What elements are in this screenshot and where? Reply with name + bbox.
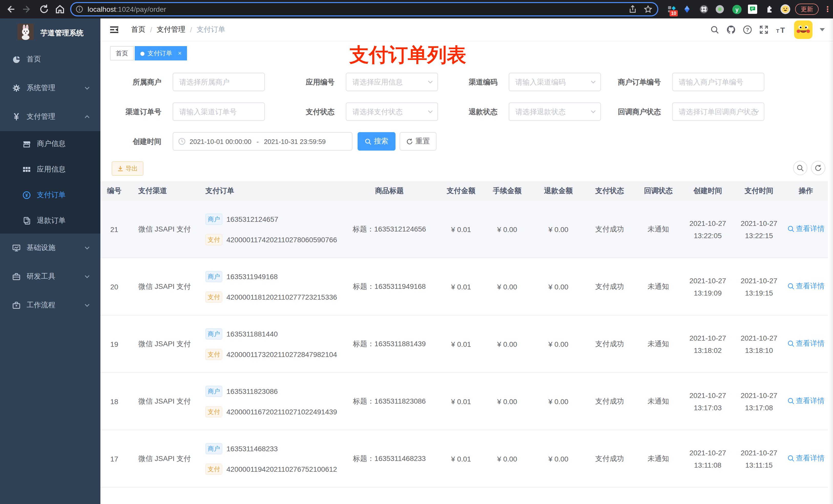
cell-title: 标题：1635311468233 [338, 454, 441, 463]
sidebar-subitem-label: 应用信息 [37, 165, 66, 174]
merchant-order-tag: 商户 [206, 443, 222, 454]
channel-pay-tag: 支付 [206, 406, 222, 417]
sidebar-fold-icon[interactable] [110, 25, 119, 34]
fullscreen-icon[interactable] [759, 25, 768, 34]
app-logo [18, 24, 34, 40]
sidebar-item-2[interactable]: 支付管理 [0, 102, 100, 131]
sidebar-item-4[interactable]: 研发工具 [0, 262, 100, 291]
font-size-icon[interactable]: TT [776, 25, 787, 34]
extension-icon-tasks[interactable]: 10 [664, 2, 679, 16]
cell-title: 标题：1635311949168 [338, 282, 441, 291]
page-annotation-title: 支付订单列表 [349, 44, 466, 66]
extension-icon-recorder[interactable] [713, 2, 727, 16]
view-detail-link[interactable]: 查看详情 [784, 282, 828, 291]
github-icon[interactable] [727, 25, 736, 34]
cell-title: 标题：1635311823086 [338, 397, 441, 406]
forward-icon[interactable] [22, 4, 33, 15]
sidebar-item-label: 研发工具 [27, 272, 55, 281]
table-refresh-button[interactable] [811, 161, 825, 175]
date-start-value[interactable]: 2021-10-01 00:00:00 [190, 138, 251, 145]
sidebar-item-1[interactable]: 系统管理 [0, 74, 100, 102]
table-header-cell: 支付状态 [584, 187, 635, 196]
view-detail-link[interactable]: 查看详情 [784, 397, 828, 406]
breadcrumb-home[interactable]: 首页 [131, 25, 145, 34]
user-avatar[interactable] [794, 21, 812, 39]
cell-id: 17 [100, 455, 128, 463]
breadcrumb-separator: / [190, 26, 192, 34]
create-time-range-input[interactable]: 2021-10-01 00:00:00 - 2021-10-31 23:59:5… [173, 132, 353, 150]
reload-icon[interactable] [39, 4, 50, 15]
sidebar-item-5[interactable]: 工作流程 [0, 291, 100, 320]
extension-icon-gem[interactable] [680, 2, 694, 16]
url-host: localhost [88, 5, 116, 13]
app-logo-row[interactable]: 芋道管理系统 [0, 19, 100, 47]
sidebar-subitem-2[interactable]: ¥支付订单 [0, 182, 100, 208]
profile-avatar-icon[interactable] [778, 2, 792, 16]
site-info-icon[interactable] [76, 6, 83, 13]
merchant-order-tag: 商户 [206, 385, 222, 397]
filter-input[interactable] [672, 73, 764, 91]
merchant-order-no: 1635311949168 [227, 272, 278, 281]
cell-order-numbers: 商户1635311949168支付42000011812021102777232… [200, 271, 338, 303]
address-bar[interactable]: localhost:1024/pay/order [70, 2, 658, 16]
date-end-value[interactable]: 2021-10-31 23:59:59 [264, 138, 326, 145]
breadcrumb-pay[interactable]: 支付管理 [157, 25, 186, 34]
share-icon[interactable] [628, 5, 637, 13]
sidebar-item-3[interactable]: 基础设施 [0, 234, 100, 262]
table-header-cell: 创建时间 [681, 187, 734, 196]
extension-icon-y[interactable]: y [730, 2, 744, 16]
coin-icon: ¥ [23, 191, 31, 199]
sidebar-item-0[interactable]: 首页 [0, 45, 100, 74]
browser-update-button[interactable]: 更新 [795, 4, 819, 15]
cell-notify-status: 未通知 [635, 339, 681, 349]
cell-order-numbers: 商户1635311881440支付42000011732021102728479… [200, 328, 338, 360]
clock-icon [178, 138, 186, 145]
extension-icon-chat[interactable] [745, 2, 760, 16]
tab-close-icon[interactable]: × [178, 50, 182, 57]
help-icon[interactable]: ? [743, 25, 752, 34]
gear-icon [12, 84, 21, 92]
tab-home[interactable]: 首页 [110, 46, 134, 61]
filter-input-field[interactable] [673, 73, 764, 91]
view-detail-link[interactable]: 查看详情 [784, 224, 828, 234]
cell-fee: ¥ 0.00 [481, 225, 533, 233]
extensions-puzzle-icon[interactable] [762, 2, 776, 16]
export-button[interactable]: 导出 [112, 161, 143, 176]
sidebar-subitem-3[interactable]: 退款订单 [0, 208, 100, 234]
cell-fee: ¥ 0.00 [481, 283, 533, 291]
extension-badge: 10 [670, 10, 678, 16]
tab-pay-order[interactable]: 支付订单 × [135, 46, 187, 61]
page-scrollbar[interactable] [829, 19, 833, 504]
bookmark-star-icon[interactable] [644, 5, 652, 13]
avatar-dropdown-icon[interactable] [820, 28, 825, 31]
table-header-cell: 商品标题 [338, 187, 441, 196]
channel-pay-tag: 支付 [206, 463, 222, 475]
sidebar-subitem-1[interactable]: 应用信息 [0, 157, 100, 182]
extension-icon-command[interactable] [697, 2, 711, 16]
merchant-order-tag: 商户 [206, 271, 222, 282]
table-header-cell: 退款金额 [533, 187, 584, 196]
main-content: 所属商户应用编号请选择应用信息渠道编码请输入渠道编码商户订单编号渠道订单号支付状… [100, 64, 833, 504]
cell-id: 21 [100, 225, 128, 233]
browser-menu-icon[interactable]: ⋮ [824, 4, 831, 15]
select-placeholder: 请选择支付状态 [353, 103, 403, 120]
table-search-toggle-button[interactable] [793, 161, 807, 175]
merchant-order-tag: 商户 [206, 328, 222, 339]
sidebar-item-label: 工作流程 [27, 301, 55, 310]
header-search-icon[interactable] [710, 25, 719, 34]
home-icon[interactable] [54, 4, 66, 15]
sidebar-subitem-0[interactable]: 商户信息 [0, 131, 100, 157]
view-detail-link[interactable]: 查看详情 [784, 454, 828, 463]
toolbox-icon [12, 272, 21, 281]
channel-pay-tag: 支付 [206, 234, 222, 245]
view-detail-link[interactable]: 查看详情 [784, 339, 828, 348]
sidebar-subitem-label: 支付订单 [37, 191, 66, 200]
channel-pay-no: 4200001181202110277723215336 [227, 293, 337, 301]
screen: localhost:1024/pay/order 10 y [0, 0, 833, 504]
cell-status: 支付成功 [584, 224, 635, 234]
search-button[interactable]: 搜索 [358, 132, 396, 150]
filter-select[interactable]: 请选择订单回调商户状态 [672, 102, 764, 121]
back-icon[interactable] [5, 4, 16, 15]
cell-id: 19 [100, 340, 128, 348]
reset-button[interactable]: 重置 [400, 132, 436, 150]
